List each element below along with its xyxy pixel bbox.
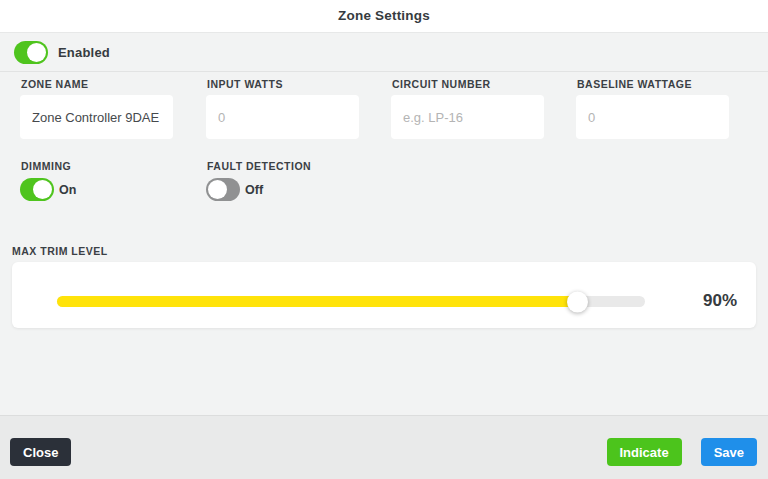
dialog-footer: Close Indicate Save	[0, 415, 768, 479]
save-button[interactable]: Save	[701, 438, 757, 466]
input-watts-label: INPUT WATTS	[207, 78, 283, 90]
max-trim-slider-track[interactable]	[57, 296, 645, 307]
dimming-toggle[interactable]	[20, 178, 54, 201]
fault-detection-state-label: Off	[245, 183, 263, 197]
enabled-toggle[interactable]	[14, 41, 48, 64]
indicate-button[interactable]: Indicate	[607, 438, 682, 466]
dimming-toggle-wrap: On	[20, 178, 76, 201]
zone-settings-dialog: Zone Settings Enabled ZONE NAME INPUT WA…	[0, 0, 768, 479]
circuit-number-input[interactable]	[391, 95, 544, 139]
zone-name-label: ZONE NAME	[21, 78, 89, 90]
baseline-wattage-input[interactable]	[576, 95, 729, 139]
baseline-wattage-label: BASELINE WATTAGE	[577, 78, 692, 90]
dialog-header: Zone Settings	[0, 0, 768, 33]
fault-detection-label: FAULT DETECTION	[207, 160, 311, 172]
toggle-knob	[27, 43, 46, 62]
fault-detection-toggle-wrap: Off	[206, 178, 263, 201]
fault-detection-toggle[interactable]	[206, 178, 240, 201]
zone-name-input[interactable]	[20, 95, 173, 139]
circuit-number-label: CIRCUIT NUMBER	[392, 78, 491, 90]
page-title: Zone Settings	[0, 0, 768, 32]
max-trim-level-label: MAX TRIM LEVEL	[12, 245, 108, 257]
toggle-knob	[208, 180, 227, 199]
enabled-row: Enabled	[0, 33, 768, 72]
max-trim-level-panel: 90%	[12, 262, 756, 328]
dimming-state-label: On	[59, 183, 76, 197]
max-trim-slider-knob[interactable]	[567, 291, 588, 312]
toggle-knob	[33, 180, 52, 199]
input-watts-input[interactable]	[206, 95, 359, 139]
enabled-label: Enabled	[58, 45, 110, 60]
close-button[interactable]: Close	[10, 438, 71, 466]
max-trim-value: 90%	[703, 291, 737, 311]
max-trim-slider-fill	[57, 296, 578, 307]
dimming-label: DIMMING	[21, 160, 71, 172]
